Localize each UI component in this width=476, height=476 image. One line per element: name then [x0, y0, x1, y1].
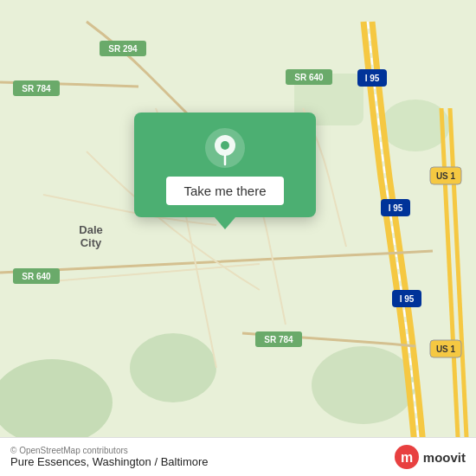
svg-text:City: City	[80, 236, 102, 249]
svg-text:SR 640: SR 640	[294, 73, 324, 82]
svg-point-29	[221, 141, 229, 150]
take-me-there-button[interactable]: Take me there	[166, 177, 283, 205]
svg-text:I 95: I 95	[389, 203, 403, 213]
bottom-left-info: © OpenStreetMap contributors Pure Essenc…	[10, 446, 209, 468]
svg-text:US 1: US 1	[436, 171, 456, 181]
svg-text:SR 294: SR 294	[108, 44, 138, 54]
svg-text:SR 784: SR 784	[22, 84, 51, 93]
moovit-wordmark: moovit	[423, 450, 466, 465]
popup-card: Take me there	[134, 113, 316, 217]
bottom-bar: © OpenStreetMap contributors Pure Essenc…	[0, 437, 476, 476]
moovit-brand-icon: m	[395, 445, 419, 469]
location-label: Pure Essences, Washington / Baltimore	[10, 455, 209, 468]
location-pin-icon	[205, 128, 245, 168]
moovit-logo: m moovit	[395, 445, 466, 469]
svg-text:SR 784: SR 784	[264, 335, 293, 344]
svg-text:US 1: US 1	[436, 344, 456, 354]
svg-text:Dale: Dale	[79, 223, 102, 236]
osm-attribution: © OpenStreetMap contributors	[10, 446, 209, 455]
svg-text:SR 640: SR 640	[22, 272, 51, 281]
svg-point-1	[381, 100, 450, 151]
map-container: SR 294 SR 784 SR 640 I 95 I 95 I 95 SR 6…	[0, 0, 476, 476]
svg-point-0	[0, 359, 113, 446]
svg-point-3	[130, 333, 216, 402]
svg-text:I 95: I 95	[400, 294, 415, 304]
map-svg: SR 294 SR 784 SR 640 I 95 I 95 I 95 SR 6…	[0, 0, 476, 476]
svg-point-4	[312, 346, 415, 424]
svg-text:I 95: I 95	[365, 74, 380, 83]
svg-text:m: m	[401, 450, 413, 465]
